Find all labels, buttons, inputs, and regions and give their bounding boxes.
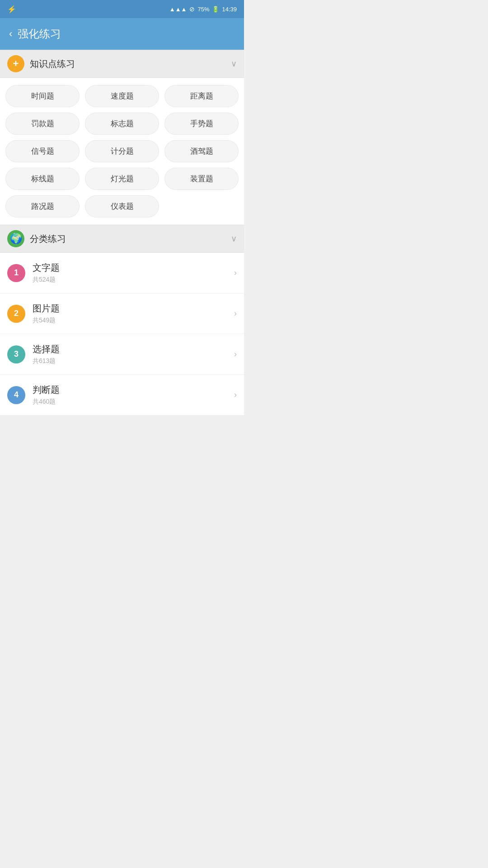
category-badge: 3 <box>7 345 25 363</box>
knowledge-btn[interactable]: 灯光题 <box>85 168 159 190</box>
status-left: ⚡ <box>7 5 16 14</box>
category-arrow-icon: › <box>234 349 237 359</box>
category-arrow-icon: › <box>234 309 237 318</box>
category-item[interactable]: 4 判断题 共460题 › <box>0 375 244 415</box>
category-list: 1 文字题 共524题 › 2 图片题 共549题 › 3 选择题 共613题 … <box>0 253 244 415</box>
knowledge-btn[interactable]: 罚款题 <box>5 113 80 135</box>
knowledge-btn[interactable]: 速度题 <box>85 85 159 107</box>
usb-icon: ⚡ <box>7 5 16 14</box>
knowledge-grid: 时间题速度题距离题罚款题标志题手势题信号题计分题酒驾题标线题灯光题装置题路况题仪… <box>0 78 244 225</box>
knowledge-chevron-icon: ∨ <box>231 59 237 69</box>
knowledge-btn[interactable]: 信号题 <box>5 140 80 162</box>
category-info: 图片题 共549题 <box>33 302 234 325</box>
block-icon: ⊘ <box>189 5 195 13</box>
knowledge-btn[interactable]: 酒驾题 <box>164 140 239 162</box>
category-count: 共549题 <box>33 316 234 325</box>
knowledge-btn[interactable]: 标志题 <box>85 113 159 135</box>
back-button[interactable]: ‹ <box>9 28 12 40</box>
category-name: 判断题 <box>33 384 234 396</box>
knowledge-btn[interactable]: 计分题 <box>85 140 159 162</box>
category-info: 文字题 共524题 <box>33 262 234 284</box>
battery-percent: 75% <box>197 6 209 13</box>
category-name: 图片题 <box>33 302 234 315</box>
category-section-header[interactable]: 🌍 分类练习 ∨ <box>0 225 244 253</box>
category-count: 共613题 <box>33 357 234 365</box>
category-section-title: 分类练习 <box>30 233 225 245</box>
category-item[interactable]: 3 选择题 共613题 › <box>0 334 244 375</box>
battery-icon: 🔋 <box>212 6 219 13</box>
knowledge-btn[interactable]: 装置题 <box>164 168 239 190</box>
category-count: 共524题 <box>33 276 234 284</box>
knowledge-section-title: 知识点练习 <box>30 58 225 70</box>
knowledge-btn[interactable]: 仪表题 <box>85 195 159 217</box>
category-info: 判断题 共460题 <box>33 384 234 406</box>
knowledge-btn[interactable]: 手势题 <box>164 113 239 135</box>
category-badge: 2 <box>7 305 25 323</box>
plus-icon: + <box>13 58 19 70</box>
category-name: 文字题 <box>33 262 234 274</box>
category-info: 选择题 共613题 <box>33 343 234 365</box>
knowledge-icon: + <box>7 55 24 72</box>
clock: 14:39 <box>222 6 237 13</box>
category-item[interactable]: 1 文字题 共524题 › <box>0 253 244 293</box>
knowledge-btn[interactable]: 时间题 <box>5 85 80 107</box>
wifi-icon: ▲▲▲ <box>169 6 187 13</box>
category-name: 选择题 <box>33 343 234 355</box>
category-badge: 1 <box>7 264 25 282</box>
knowledge-btn[interactable]: 距离题 <box>164 85 239 107</box>
category-arrow-icon: › <box>234 390 237 400</box>
knowledge-btn[interactable]: 路况题 <box>5 195 80 217</box>
page-title: 强化练习 <box>18 27 61 41</box>
header: ‹ 强化练习 <box>0 18 244 50</box>
category-chevron-icon: ∨ <box>231 234 237 244</box>
status-bar: ⚡ ▲▲▲ ⊘ 75% 🔋 14:39 <box>0 0 244 18</box>
category-icon: 🌍 <box>7 230 24 247</box>
category-count: 共460题 <box>33 398 234 406</box>
globe-icon: 🌍 <box>10 233 22 245</box>
status-right: ▲▲▲ ⊘ 75% 🔋 14:39 <box>169 5 237 13</box>
category-arrow-icon: › <box>234 268 237 278</box>
category-item[interactable]: 2 图片题 共549题 › <box>0 293 244 334</box>
category-badge: 4 <box>7 386 25 404</box>
knowledge-btn[interactable]: 标线题 <box>5 168 80 190</box>
knowledge-section-header[interactable]: + 知识点练习 ∨ <box>0 50 244 78</box>
